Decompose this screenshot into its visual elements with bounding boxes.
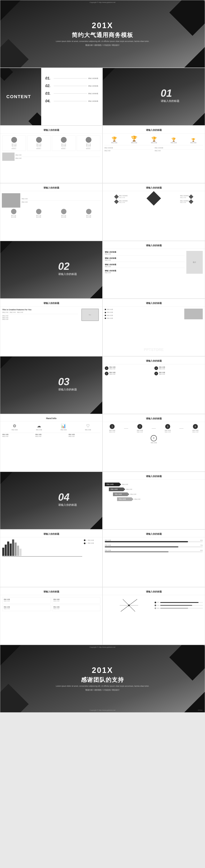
section01-num: 01 [161, 88, 179, 98]
bar-7 [17, 546, 19, 556]
content-item-3: 03. 请输入你的标题 [45, 91, 98, 96]
arrow-step-2: 请输入标题 请输入内容 [109, 488, 203, 491]
slide-13-steps: 请输入你的标题 1 请输入标题 请输入内容 2 请输入标题 请输入内容 [102, 356, 205, 414]
team-avatar-4 [86, 209, 92, 214]
circle-num-2: 2 [137, 424, 142, 429]
slide11-photo [184, 309, 203, 319]
item-text-2: 请输入你的标题 [88, 85, 98, 87]
arrow-step-3: 请输入标题 请输入内容 [113, 492, 203, 496]
watermark: PPTSTORE [144, 348, 164, 352]
pct-bar-1 [160, 602, 203, 603]
slide-5-trophies: 请输入你的标题 🏆 请输入标题 🏆 请输入标题 🏆 请输入标题 🏆 请输入标题 [102, 125, 205, 183]
creative-text: This is Creative Features For You 请输入内容，… [2, 309, 78, 321]
slide21-title: 请输入你的标题 [103, 587, 205, 595]
step-num-4: 4 [155, 372, 158, 375]
slide-15-circles: 请输入你的标题 1 请输入标题 请输入内容 2 请输入标题 请输入内容 3 请输… [102, 414, 205, 472]
geometry-svg [119, 597, 139, 614]
legend-2: 2 请输入标题 [84, 542, 100, 544]
section04-content: 04 请输入你的标题 [58, 492, 77, 507]
step-num-3: 3 [155, 366, 158, 370]
content-item-1: 01. 请输入你的标题 [45, 76, 98, 81]
progress-fill-3 [105, 551, 169, 552]
items-col-2: 请输入标题 请输入内容 请输入标题 请输入内容 [52, 597, 100, 611]
bullet-3 [105, 315, 106, 316]
team-member-2: 输入人名 输入职务 [27, 209, 51, 218]
slide19-body: 请输入标题 85% 请输入标题 75% 请输入标题 65 [103, 539, 205, 552]
slide18-title: 请输入你的标题 [0, 530, 102, 537]
team-members-row: 输入人名 输入职务 输入人名 输入职务 输入人名 输入职务 输入人名 输入职务 [2, 209, 101, 218]
heart-icon: ♡ [85, 424, 91, 428]
feature-item-3: 请输入你的标题 请输入内容 [105, 264, 185, 268]
pct-bar-2 [160, 605, 203, 606]
slide4-text: 请输入内容 请输入内容 [15, 154, 100, 159]
creative-desc: 请输入内容，请输入内容，请输入内容 [2, 311, 78, 313]
diamond-item-1: 请输入你的标题 请输入内容 [115, 195, 128, 198]
photo-small [2, 153, 14, 161]
slide9-title: 请输入你的标题 [103, 241, 205, 249]
pct-dot-3 [155, 608, 156, 609]
slide-11-photo: 请输入你的标题 请输入标题 请输入标题 请输入标题 请输入标题 [102, 299, 205, 356]
list-item-1: 请输入标题 [105, 309, 183, 310]
copyright-top: Copyright © http://www.pptstore.net [90, 1, 115, 3]
main-diamond [146, 191, 161, 206]
section02-title: 请输入你的标题 [58, 272, 77, 276]
bar-1 [2, 548, 4, 556]
end-year: 201X [56, 666, 149, 675]
bar-4 [10, 544, 12, 556]
info-row2: 请输入标题 请输入内容 请输入标题 请输入内容 请输入标题 请输入内容 [2, 433, 100, 437]
trophy-5: 🏆 请输入标题 [190, 138, 196, 144]
progress-3: 请输入标题 65% [105, 550, 203, 552]
slide4-desc: 请输入内容 [15, 154, 100, 156]
slide6-body: 请输入内容 请输入内容 输入人名 输入职务 输入人名 输入职务 [0, 193, 102, 218]
progress-bar-2 [105, 546, 203, 548]
bullet-1 [105, 309, 106, 310]
section02-num: 02 [58, 261, 77, 272]
trophy-icon-4: 🏆 [171, 137, 177, 142]
slide9-body: 请输入你的标题 请输入内容 请输入你的标题 请输入内容 请输入你的标题 请输入内… [103, 251, 205, 274]
team-info: 请输入内容 请输入内容 [22, 198, 101, 203]
step-2: 2 请输入标题 请输入内容 [105, 372, 153, 375]
chart-legend: 1 请输入标题 2 请输入标题 [84, 539, 100, 557]
trophy-3: 🏆 请输入标题 [151, 136, 157, 144]
trophy-icon-3: 🏆 [151, 136, 157, 142]
list-item-2: 请输入标题 [105, 311, 183, 313]
feature-item-4: 请输入你的标题 请输入内容 [105, 270, 185, 274]
connector-3 [179, 428, 183, 429]
team-avatar-1 [11, 209, 16, 214]
profile-1: 输入人名 输入职务 ★★★★☆ [2, 135, 26, 151]
team-member-4: 输入人名 输入职务 [77, 209, 101, 218]
section03-content: 03 请输入你的标题 [58, 377, 77, 392]
slide-1-hero: Copyright © http://www.pptstore.net 201X… [0, 0, 205, 68]
slide-9-features: 请输入你的标题 请输入你的标题 请输入内容 请输入你的标题 请输入内容 请输入你… [102, 241, 205, 299]
slide-7-diamond: 请输入你的标题 请输入你的标题 请输入内容 请输入你的标题 请输入内容 [102, 183, 205, 241]
slide5-body: 🏆 请输入标题 🏆 请输入标题 🏆 请输入标题 🏆 请输入标题 🏆 [103, 135, 205, 152]
items-grid: 请输入标题 请输入内容 请输入标题 请输入内容 请输入标题 请输入内容 请输入标… [2, 597, 100, 611]
arrow-step-4: 请输入标题 请输入内容 [117, 497, 203, 501]
laptop-screen: Mac [81, 309, 99, 321]
step-num-2: 2 [105, 372, 108, 375]
bar-8 [20, 549, 22, 556]
feature-list: 请输入你的标题 请输入内容 请输入你的标题 请输入内容 请输入你的标题 请输入内… [105, 251, 185, 274]
avatar-2 [36, 137, 42, 143]
info-col-2: 请输入标题 请输入内容 [35, 433, 67, 437]
item-line-1 [54, 78, 87, 79]
diamond-item-4: 请输入你的标题 请输入内容 [180, 200, 193, 204]
section04-num: 04 [58, 492, 77, 502]
slide11-items: 请输入标题 请输入标题 请输入标题 请输入标题 [105, 309, 183, 319]
profile-rating-4: ★★★★☆ [78, 148, 99, 150]
slide-2-content-list: CONTENT 01. 请输入你的标题 02. 请输入你的标题 03. 请输入你… [0, 68, 102, 125]
circle-num-0: 0 [151, 435, 157, 441]
avatar-1 [11, 137, 17, 143]
progress-fill-1 [105, 541, 188, 542]
end-copyright-bottom: Copyright © http://www.pptstore.net [90, 709, 115, 711]
chart-icon: 📊 [61, 424, 67, 428]
info-icon-1: ⚙ 请输入标题 [11, 424, 18, 431]
diamond-center [149, 193, 159, 205]
pct-item-3: 65% [155, 608, 203, 609]
slide20-title: 请输入你的标题 [0, 587, 102, 595]
slide5-title: 请输入你的标题 [103, 126, 205, 133]
corner-decoration-br [184, 47, 205, 67]
end-corner-tl [0, 645, 21, 665]
slide-4-team: 请输入你的标题 输入人名 输入职务 ★★★★☆ 输入人名 输入职务 ★★★★☆ [0, 125, 102, 183]
item-line-3 [54, 93, 87, 94]
